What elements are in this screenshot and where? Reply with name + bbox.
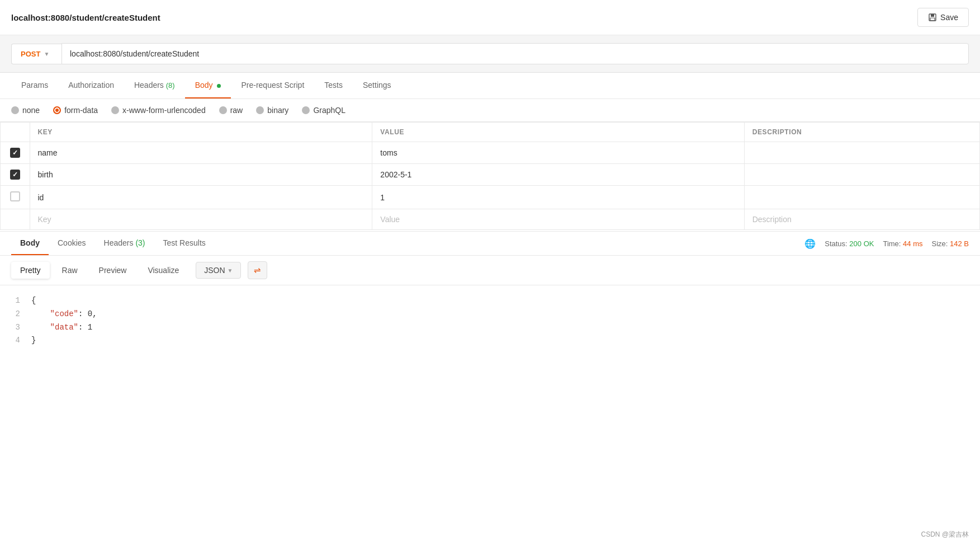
response-tabs-bar: Body Cookies Headers (3) Test Results 🌐 … bbox=[0, 231, 980, 256]
table-row: ✓ name toms bbox=[1, 142, 979, 164]
request-tabs-bar: Params Authorization Headers (8) Body Pr… bbox=[0, 73, 980, 99]
resp-headers-badge: (3) bbox=[135, 238, 145, 247]
radio-graphql[interactable]: GraphQL bbox=[302, 106, 345, 115]
tab-tests[interactable]: Tests bbox=[314, 73, 353, 98]
radio-none[interactable]: none bbox=[11, 106, 40, 115]
tab-authorization[interactable]: Authorization bbox=[58, 73, 124, 98]
row-checkbox-name[interactable]: ✓ bbox=[10, 148, 20, 158]
row-value-cell[interactable]: 2002-5-1 bbox=[372, 164, 744, 186]
page-title: localhost:8080/student/createStudent bbox=[11, 13, 160, 22]
new-row: Key Value Description bbox=[1, 209, 979, 230]
row-key-cell[interactable]: name bbox=[30, 142, 372, 164]
radio-urlencoded[interactable]: x-www-form-urlencoded bbox=[111, 106, 206, 115]
fmt-pretty-button[interactable]: Pretty bbox=[11, 262, 50, 279]
resp-tab-test-results[interactable]: Test Results bbox=[154, 232, 215, 255]
status-value: 200 OK bbox=[849, 239, 874, 248]
row-checkbox-id[interactable] bbox=[10, 191, 20, 201]
radio-form-data-circle bbox=[53, 106, 61, 114]
save-icon bbox=[928, 13, 937, 22]
code-content-2: "code": 0, bbox=[31, 308, 97, 321]
body-type-row: none form-data x-www-form-urlencoded raw… bbox=[0, 99, 980, 122]
new-row-key[interactable]: Key bbox=[30, 209, 372, 230]
tab-settings[interactable]: Settings bbox=[353, 73, 401, 98]
radio-urlencoded-circle bbox=[111, 106, 119, 114]
row-desc-cell[interactable] bbox=[744, 164, 979, 186]
radio-none-circle bbox=[11, 106, 19, 114]
new-row-value[interactable]: Value bbox=[372, 209, 744, 230]
header-bar: localhost:8080/student/createStudent Sav… bbox=[0, 0, 980, 35]
new-row-check bbox=[1, 209, 30, 230]
tab-body[interactable]: Body bbox=[185, 73, 231, 98]
format-select[interactable]: JSON ▼ bbox=[196, 262, 241, 279]
resp-tab-body[interactable]: Body bbox=[11, 232, 49, 255]
line-number: 4 bbox=[11, 334, 20, 347]
row-key-cell[interactable]: birth bbox=[30, 164, 372, 186]
resp-tab-cookies[interactable]: Cookies bbox=[49, 232, 95, 255]
time-label: Time: 44 ms bbox=[883, 239, 922, 248]
new-row-desc[interactable]: Description bbox=[744, 209, 979, 230]
status-label: Status: 200 OK bbox=[825, 239, 874, 248]
table-header-row: KEY VALUE DESCRIPTION bbox=[1, 123, 979, 142]
tab-headers[interactable]: Headers (8) bbox=[124, 73, 185, 98]
params-table: KEY VALUE DESCRIPTION ✓ name toms bbox=[1, 123, 979, 229]
row-value-cell[interactable]: 1 bbox=[372, 186, 744, 209]
format-bar: Pretty Raw Preview Visualize JSON ▼ ⇌ bbox=[0, 256, 980, 285]
wrap-button[interactable]: ⇌ bbox=[248, 261, 267, 279]
row-desc-cell[interactable] bbox=[744, 186, 979, 209]
globe-icon: 🌐 bbox=[804, 238, 816, 249]
radio-raw[interactable]: raw bbox=[219, 106, 243, 115]
fmt-raw-button[interactable]: Raw bbox=[53, 262, 87, 279]
headers-badge: (8) bbox=[166, 81, 175, 90]
url-bar: POST ▼ bbox=[0, 35, 980, 73]
tab-prerequest[interactable]: Pre-request Script bbox=[231, 73, 314, 98]
code-line-1: 1 { bbox=[11, 294, 969, 308]
svg-rect-2 bbox=[930, 18, 935, 21]
row-checkbox-birth[interactable]: ✓ bbox=[10, 170, 20, 180]
code-area: 1 { 2 "code": 0, 3 "data": 1 4 } bbox=[0, 285, 980, 358]
size-label: Size: 142 B bbox=[931, 239, 969, 248]
chevron-down-icon: ▼ bbox=[44, 51, 49, 57]
row-key-cell[interactable]: id bbox=[30, 186, 372, 209]
code-line-2: 2 "code": 0, bbox=[11, 308, 969, 321]
radio-binary[interactable]: binary bbox=[256, 106, 288, 115]
checkmark-icon: ✓ bbox=[12, 149, 18, 157]
params-table-wrapper: KEY VALUE DESCRIPTION ✓ name toms bbox=[0, 122, 980, 230]
col-header-check bbox=[1, 123, 30, 142]
col-header-desc: DESCRIPTION bbox=[744, 123, 979, 142]
code-line-3: 3 "data": 1 bbox=[11, 321, 969, 335]
svg-rect-1 bbox=[931, 14, 934, 17]
fmt-preview-button[interactable]: Preview bbox=[90, 262, 136, 279]
resp-tab-headers[interactable]: Headers (3) bbox=[95, 232, 154, 255]
method-select[interactable]: POST ▼ bbox=[11, 44, 61, 64]
chevron-down-icon: ▼ bbox=[228, 267, 233, 274]
size-value: 142 B bbox=[950, 239, 969, 248]
wrap-icon: ⇌ bbox=[254, 265, 261, 275]
code-line-4: 4 } bbox=[11, 334, 969, 347]
body-dot-indicator bbox=[217, 84, 221, 88]
row-check-cell bbox=[1, 186, 30, 209]
code-brace-close: } bbox=[31, 334, 36, 347]
radio-graphql-circle bbox=[302, 106, 310, 114]
table-row: id 1 bbox=[1, 186, 979, 209]
code-brace-open: { bbox=[31, 294, 36, 308]
code-content-3: "data": 1 bbox=[31, 321, 92, 335]
col-header-key: KEY bbox=[30, 123, 372, 142]
row-check-cell: ✓ bbox=[1, 142, 30, 164]
radio-raw-circle bbox=[219, 106, 227, 114]
line-number: 3 bbox=[11, 321, 20, 335]
radio-binary-circle bbox=[256, 106, 264, 114]
save-button[interactable]: Save bbox=[917, 8, 969, 27]
row-value-cell[interactable]: toms bbox=[372, 142, 744, 164]
table-row: ✓ birth 2002-5-1 bbox=[1, 164, 979, 186]
response-meta: 🌐 Status: 200 OK Time: 44 ms Size: 142 B bbox=[804, 234, 969, 253]
radio-form-data[interactable]: form-data bbox=[53, 106, 98, 115]
fmt-visualize-button[interactable]: Visualize bbox=[139, 262, 188, 279]
line-number: 2 bbox=[11, 308, 20, 321]
row-desc-cell[interactable] bbox=[744, 142, 979, 164]
time-value: 44 ms bbox=[903, 239, 922, 248]
url-input[interactable] bbox=[61, 43, 969, 64]
line-number: 1 bbox=[11, 294, 20, 308]
tab-params[interactable]: Params bbox=[11, 73, 58, 98]
row-check-cell: ✓ bbox=[1, 164, 30, 186]
method-label: POST bbox=[21, 50, 40, 58]
